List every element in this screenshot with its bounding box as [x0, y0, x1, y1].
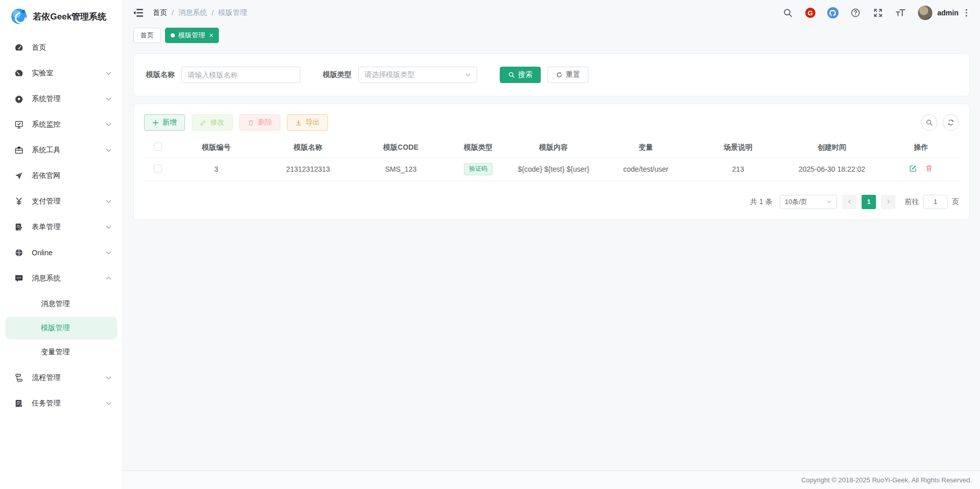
row-checkbox[interactable] [154, 165, 162, 173]
tab-home[interactable]: 首页 [133, 28, 161, 43]
gitee-icon[interactable]: G [804, 7, 816, 19]
sidebar-item-label: 首页 [32, 43, 112, 52]
template-name-input[interactable] [181, 67, 300, 83]
col-created-at: 创建时间 [782, 138, 882, 157]
sidebar-item-label: 流程管理 [32, 373, 105, 382]
col-template-code: 模版CODE [355, 138, 446, 157]
fullscreen-icon[interactable] [872, 7, 884, 19]
col-scene: 场景说明 [695, 138, 782, 157]
chevron-down-icon [105, 400, 112, 407]
search-icon[interactable] [782, 7, 794, 19]
row-delete-icon[interactable] [925, 165, 933, 172]
sidebar-fold-icon[interactable] [132, 7, 144, 18]
table-header-row: 模版编号 模版名称 模版CODE 模版类型 模版内容 变量 场景说明 创建时间 … [144, 138, 960, 157]
chevron-down-icon [105, 198, 112, 205]
sidebar-subitem-template-management[interactable]: 模版管理 [5, 317, 117, 339]
select-placeholder: 请选择模版类型 [364, 70, 415, 79]
search-button-label: 搜索 [518, 70, 533, 79]
template-type-badge: 验证码 [464, 163, 493, 175]
sidebar-item-system-admin[interactable]: 系统管理 [0, 86, 122, 112]
close-icon[interactable]: × [209, 32, 213, 39]
template-type-select[interactable]: 请选择模版类型 [358, 67, 477, 83]
refresh-icon [556, 71, 563, 78]
edit-button-label: 修改 [210, 118, 224, 127]
help-icon[interactable] [849, 7, 862, 19]
sidebar-item-workflow[interactable]: 流程管理 [0, 365, 122, 391]
cell-template-code: SMS_123 [355, 157, 446, 181]
tab-template-management[interactable]: 模版管理 × [165, 28, 219, 43]
page-size-select[interactable]: 10条/页 [780, 195, 837, 209]
breadcrumb-home[interactable]: 首页 [153, 8, 167, 17]
github-badge [827, 7, 839, 18]
breadcrumb-template-management: 模版管理 [218, 8, 247, 17]
tab-label: 模版管理 [178, 31, 205, 40]
app-title: 若依Geek管理系统 [33, 11, 107, 23]
chevron-down-icon [826, 199, 832, 205]
app-root: 若依Geek管理系统 首页 实验室 系统管理 [0, 0, 980, 489]
page-number-button[interactable]: 1 [862, 195, 876, 209]
sidebar-item-message-system[interactable]: 消息系统 [0, 266, 122, 291]
top-navbar: 首页 / 消息系统 / 模版管理 G [123, 0, 980, 26]
reset-button[interactable]: 重置 [547, 67, 588, 83]
next-page-button[interactable] [881, 195, 895, 209]
sidebar-subitem-label: 消息管理 [41, 299, 70, 309]
sidebar-subitem-label: 变量管理 [41, 348, 70, 357]
sidebar-item-payment[interactable]: 支付管理 [0, 189, 122, 214]
add-button[interactable]: 新增 [144, 114, 185, 131]
sidebar-subitem-variable-management[interactable]: 变量管理 [5, 341, 117, 363]
chevron-down-icon [105, 249, 112, 256]
filter-card: 模版名称 模版类型 请选择模版类型 搜索 重置 [133, 53, 970, 96]
avatar[interactable] [918, 6, 932, 20]
github-icon[interactable] [827, 7, 839, 19]
template-type-label: 模版类型 [323, 70, 352, 79]
col-template-content: 模版内容 [510, 138, 597, 157]
sidebar-item-system-tools[interactable]: 系统工具 [0, 137, 122, 163]
breadcrumb-separator: / [172, 9, 174, 17]
page-footer: Copyright © 2018-2025 RuoYi-Geek. All Ri… [123, 471, 980, 489]
main-area: 首页 / 消息系统 / 模版管理 G [123, 0, 980, 489]
message-icon [14, 274, 24, 283]
more-menu-icon[interactable] [962, 7, 971, 19]
sidebar-item-label: 若依官网 [32, 171, 112, 180]
row-edit-icon[interactable] [909, 165, 917, 172]
sidebar-item-label: 支付管理 [32, 197, 105, 206]
paper-plane-icon [14, 171, 24, 180]
sidebar-item-lab[interactable]: 实验室 [0, 60, 122, 86]
breadcrumb-message-system[interactable]: 消息系统 [178, 8, 207, 17]
gear-icon [14, 94, 24, 104]
chevron-down-icon [105, 223, 112, 231]
sidebar-item-tasks[interactable]: 任务管理 [0, 391, 122, 416]
sidebar-item-home[interactable]: 首页 [0, 35, 122, 60]
sidebar-item-online[interactable]: Online [0, 240, 122, 266]
cell-scene: 213 [695, 157, 782, 181]
sidebar-item-official-site[interactable]: 若依官网 [0, 163, 122, 189]
delete-button[interactable]: 删除 [239, 114, 280, 131]
export-button[interactable]: 导出 [287, 114, 328, 131]
sidebar-menu: 首页 实验室 系统管理 系统监控 [0, 33, 122, 489]
prev-page-button[interactable] [842, 195, 856, 209]
table-card: 新增 修改 删除 导出 [133, 104, 970, 220]
pagination: 共 1 条 10条/页 1 前往 页 [144, 195, 959, 209]
sidebar-item-forms[interactable]: 表单管理 [0, 214, 122, 240]
goto-page-input[interactable] [923, 195, 948, 209]
username-label[interactable]: admin [937, 9, 958, 17]
sidebar-subitem-message-management[interactable]: 消息管理 [5, 293, 117, 315]
table-row[interactable]: 3 21312312313 SMS_123 验证码 ${code} ${test… [144, 157, 960, 181]
sidebar-item-label: 消息系统 [32, 274, 105, 283]
gitee-badge: G [805, 8, 815, 18]
page-size-value: 10条/页 [785, 197, 807, 207]
reset-button-label: 重置 [566, 70, 580, 79]
logo-row[interactable]: 若依Geek管理系统 [0, 0, 122, 33]
breadcrumb: 首页 / 消息系统 / 模版管理 [153, 8, 247, 17]
edit-button[interactable]: 修改 [192, 114, 233, 131]
refresh-table-button[interactable] [943, 114, 959, 131]
copyright-text: Copyright © 2018-2025 RuoYi-Geek. All Ri… [801, 476, 972, 484]
select-all-checkbox[interactable] [154, 142, 162, 151]
monitor-icon [14, 120, 24, 129]
show-search-button[interactable] [921, 114, 937, 131]
font-size-icon[interactable] [894, 7, 907, 19]
search-button[interactable]: 搜索 [500, 67, 541, 83]
sidebar-item-system-monitor[interactable]: 系统监控 [0, 112, 122, 137]
app-logo-icon [11, 9, 27, 24]
cell-variables: code/test/user [597, 157, 695, 181]
